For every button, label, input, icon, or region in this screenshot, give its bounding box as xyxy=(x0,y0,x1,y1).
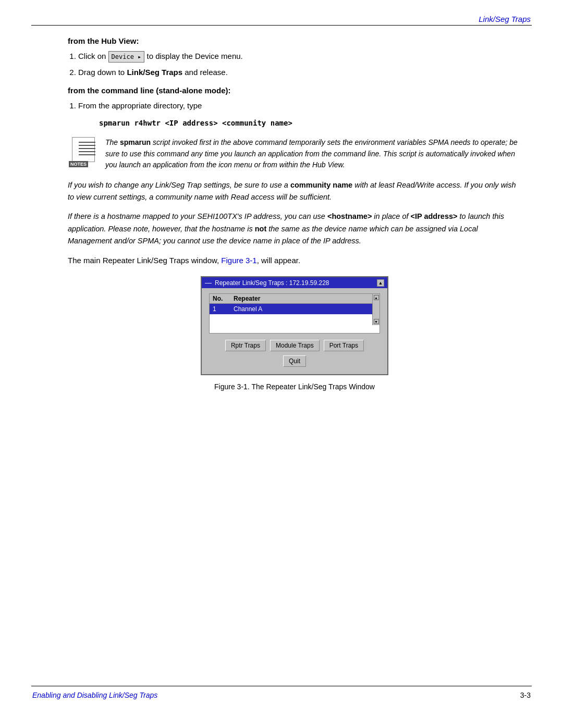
notes-line-1 xyxy=(79,142,95,143)
notes-icon-graphic: NOTES xyxy=(69,137,98,166)
sim-table-wrapper: No. Repeater 1 Channel A ▲ ▼ xyxy=(210,294,380,333)
sim-body: No. Repeater 1 Channel A ▲ ▼ xyxy=(202,288,387,374)
hub-view-list: Click on Device ▸ to display the Device … xyxy=(78,51,521,79)
sim-table-header: No. Repeater xyxy=(210,294,372,304)
footer-right-text: 3-3 xyxy=(520,691,531,699)
italic-para-3: If there is a hostname mapped to your SE… xyxy=(68,211,521,247)
sim-empty-rows xyxy=(210,314,372,333)
hub-step-2: Drag down to Link/Seg Traps and release. xyxy=(78,67,521,79)
sim-buttons-row-1: Rptr Traps Module Traps Port Traps xyxy=(209,340,380,351)
sim-table-row-1[interactable]: 1 Channel A xyxy=(210,304,372,314)
italic-para-2: If you wish to change any Link/Seg Trap … xyxy=(68,179,521,203)
sim-titlebar: — Repeater Link/Seg Traps : 172.19.59.22… xyxy=(202,277,387,288)
link-seg-traps-bold: Link/Seg Traps xyxy=(127,68,182,77)
main-content: from the Hub View: Click on Device ▸ to … xyxy=(68,36,521,391)
quit-button[interactable]: Quit xyxy=(283,355,306,367)
notes-paper xyxy=(72,137,95,162)
hub-step-1: Click on Device ▸ to display the Device … xyxy=(78,51,521,63)
window-close-button[interactable]: ▲ xyxy=(377,279,384,287)
hub-step1-suffix: to display the Device menu. xyxy=(147,52,243,60)
figure-caption: Figure 3-1. The Repeater Link/Seg Traps … xyxy=(68,382,521,391)
header-title: Link/Seg Traps xyxy=(479,15,531,23)
device-button[interactable]: Device ▸ xyxy=(108,51,145,63)
notes-badge: NOTES xyxy=(69,161,88,167)
port-traps-button[interactable]: Port Traps xyxy=(324,340,364,351)
sim-titlebar-left: — Repeater Link/Seg Traps : 172.19.59.22… xyxy=(205,279,329,287)
notes-line-5 xyxy=(79,154,95,155)
intro-para: The main Repeater Link/Seg Traps window,… xyxy=(68,254,521,267)
row1-num: 1 xyxy=(213,305,234,313)
header-rule xyxy=(31,25,532,26)
cmdline-step-1: From the appropriate directory, type spm… xyxy=(78,100,521,129)
title-dash: — xyxy=(205,279,212,287)
footer-rule xyxy=(31,686,532,686)
sim-table-content: No. Repeater 1 Channel A xyxy=(210,294,372,333)
scroll-up-arrow[interactable]: ▲ xyxy=(374,295,379,300)
figure-3-1-link[interactable]: Figure 3-1 xyxy=(221,256,256,265)
cmdline-code: spmarun r4hwtr <IP address> <community n… xyxy=(99,118,521,129)
row1-name: Channel A xyxy=(234,305,262,313)
footer-left-text: Enabling and Disabling Link/Seg Traps xyxy=(32,691,157,699)
sim-scrollbar[interactable]: ▲ ▼ xyxy=(372,294,380,325)
hub-view-heading: from the Hub View: xyxy=(68,36,521,45)
hub-step1-prefix: Click on xyxy=(78,52,106,60)
sim-table: No. Repeater 1 Channel A ▲ ▼ xyxy=(209,293,380,334)
sim-buttons-row-2: Quit xyxy=(209,355,380,367)
cmdline-heading: from the command line (stand-alone mode)… xyxy=(68,86,521,95)
notes-icon-area: NOTES xyxy=(68,137,99,171)
notes-paragraph: The spmarun script invoked first in the … xyxy=(105,137,521,171)
notes-line-4 xyxy=(79,151,95,152)
notes-line-3 xyxy=(79,148,95,149)
window-title: Repeater Link/Seg Traps : 172.19.59.228 xyxy=(215,279,329,287)
cmdline-list: From the appropriate directory, type spm… xyxy=(78,100,521,129)
col-no: No. xyxy=(213,295,234,302)
cmdline-step1-text: From the appropriate directory, type xyxy=(78,101,202,110)
scroll-down-arrow[interactable]: ▼ xyxy=(374,319,379,324)
notes-line-2 xyxy=(79,145,95,146)
notes-box: NOTES The spmarun script invoked first i… xyxy=(68,137,521,171)
window-screenshot-container: — Repeater Link/Seg Traps : 172.19.59.22… xyxy=(68,276,521,375)
col-repeater: Repeater xyxy=(234,295,260,302)
sim-window: — Repeater Link/Seg Traps : 172.19.59.22… xyxy=(201,276,388,375)
rptr-traps-button[interactable]: Rptr Traps xyxy=(225,340,266,351)
module-traps-button[interactable]: Module Traps xyxy=(270,340,320,351)
